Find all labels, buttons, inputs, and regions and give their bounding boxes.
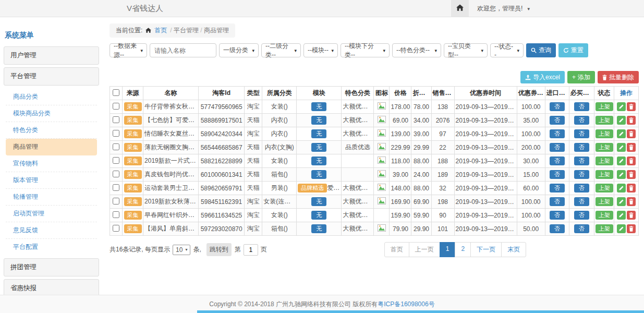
pager-button-1[interactable]: 1 — [440, 242, 456, 257]
module-badge[interactable]: 无 — [311, 129, 326, 138]
row-checkbox[interactable] — [113, 130, 119, 137]
sidebar-item-宣传物料[interactable]: 宣传物料 — [6, 155, 97, 172]
must-buy-toggle[interactable]: 否 — [574, 197, 589, 206]
status-toggle[interactable]: 上架 — [596, 129, 613, 138]
batch-delete-button[interactable]: 批量删除 — [598, 71, 639, 83]
import-select-toggle[interactable]: 否 — [550, 116, 565, 125]
module-badge[interactable]: 无 — [311, 211, 326, 220]
must-buy-toggle[interactable]: 否 — [574, 102, 589, 111]
delete-button[interactable] — [627, 156, 636, 165]
import-excel-button[interactable]: 导入excel — [520, 71, 565, 83]
delete-button[interactable] — [627, 184, 636, 192]
row-checkbox[interactable] — [113, 116, 119, 123]
must-buy-toggle[interactable]: 否 — [574, 184, 589, 192]
pager-button-首页[interactable]: 首页 — [384, 242, 409, 257]
must-buy-toggle[interactable]: 否 — [574, 116, 589, 125]
row-checkbox[interactable] — [113, 171, 119, 177]
must-buy-toggle[interactable]: 否 — [574, 170, 589, 179]
name-search-input[interactable] — [150, 43, 216, 57]
delete-button[interactable] — [627, 211, 636, 220]
edit-button[interactable] — [617, 116, 626, 125]
edit-button[interactable] — [617, 156, 626, 165]
pager-button-末页[interactable]: 末页 — [501, 242, 526, 257]
sidebar-item-商品管理[interactable]: 商品管理 — [6, 139, 97, 155]
module-badge[interactable]: 无 — [311, 197, 326, 206]
reset-button[interactable]: 重置 — [558, 43, 588, 57]
filter-select[interactable]: --数据来源--▾ — [110, 43, 147, 57]
status-toggle[interactable]: 上架 — [596, 197, 613, 206]
filter-select[interactable]: --特色分类--▾ — [392, 43, 441, 57]
module-badge[interactable]: 无 — [311, 102, 326, 111]
edit-button[interactable] — [617, 102, 626, 111]
must-buy-toggle[interactable]: 否 — [574, 211, 589, 220]
import-select-toggle[interactable]: 否 — [550, 211, 565, 220]
row-checkbox[interactable] — [113, 157, 119, 164]
filter-select[interactable]: --二级分类--▾ — [261, 43, 301, 57]
sidebar-item-版本管理[interactable]: 版本管理 — [6, 172, 97, 189]
delete-button[interactable] — [627, 129, 636, 138]
row-checkbox[interactable] — [113, 198, 119, 204]
import-select-toggle[interactable]: 否 — [550, 102, 565, 111]
delete-button[interactable] — [627, 102, 636, 111]
row-checkbox[interactable] — [113, 103, 119, 110]
must-buy-toggle[interactable]: 否 — [574, 143, 589, 152]
sidebar-item-特色分类[interactable]: 特色分类 — [6, 122, 97, 139]
icp-link[interactable]: 粤ICP备16098006号 — [378, 300, 434, 309]
select-all-checkbox[interactable] — [113, 89, 119, 96]
sidebar-item-模块商品分类[interactable]: 模块商品分类 — [6, 105, 97, 122]
import-select-toggle[interactable]: 否 — [550, 170, 565, 179]
status-toggle[interactable]: 上架 — [596, 143, 613, 152]
sidebar-item-平台配置[interactable]: 平台配置 — [6, 239, 97, 255]
edit-button[interactable] — [617, 224, 626, 233]
sidebar-item-意见反馈[interactable]: 意见反馈 — [6, 222, 97, 239]
must-buy-toggle[interactable]: 否 — [574, 129, 589, 138]
sidebar-item-商品分类[interactable]: 商品分类 — [6, 89, 97, 105]
import-select-toggle[interactable]: 否 — [550, 156, 565, 165]
status-toggle[interactable]: 上架 — [596, 184, 613, 192]
breadcrumb-home-link[interactable]: 首页 — [154, 26, 167, 35]
status-toggle[interactable]: 上架 — [596, 116, 613, 125]
edit-button[interactable] — [617, 170, 626, 179]
module-badge[interactable]: 无 — [311, 116, 326, 125]
status-toggle[interactable]: 上架 — [596, 211, 613, 220]
module-badge[interactable]: 无 — [311, 143, 326, 152]
must-buy-toggle[interactable]: 否 — [574, 224, 589, 233]
jump-page-input[interactable] — [244, 244, 258, 256]
import-select-toggle[interactable]: 否 — [550, 197, 565, 206]
filter-select[interactable]: 一级分类▾ — [219, 43, 259, 57]
filter-select[interactable]: --宝贝类型--▾ — [444, 43, 488, 57]
edit-button[interactable] — [617, 143, 626, 152]
filter-select[interactable]: --模块--▾ — [303, 43, 338, 57]
import-select-toggle[interactable]: 否 — [550, 143, 565, 152]
edit-button[interactable] — [617, 184, 626, 192]
delete-button[interactable] — [627, 170, 636, 179]
edit-button[interactable] — [617, 197, 626, 206]
edit-button[interactable] — [617, 129, 626, 138]
status-toggle[interactable]: 上架 — [596, 156, 613, 165]
module-badge[interactable]: 无 — [311, 224, 326, 233]
import-select-toggle[interactable]: 否 — [550, 129, 565, 138]
sidebar-group-拼团管理[interactable]: 拼团管理 — [4, 258, 99, 276]
jump-button[interactable]: 跳转到 — [206, 243, 232, 256]
module-badge[interactable]: 无 — [311, 156, 326, 165]
filter-select[interactable]: --状态--▾ — [490, 43, 524, 57]
import-select-toggle[interactable]: 否 — [550, 224, 565, 233]
module-badge[interactable]: 无 — [311, 170, 326, 179]
sidebar-item-启动页管理[interactable]: 启动页管理 — [6, 206, 97, 222]
pager-button-上一页[interactable]: 上一页 — [409, 242, 440, 257]
module-badge[interactable]: 品牌精选 — [298, 184, 327, 192]
pager-button-下一页[interactable]: 下一页 — [470, 242, 502, 257]
user-menu[interactable]: 欢迎您，管理员! ▼ — [477, 4, 531, 13]
search-button[interactable]: 查询 — [526, 43, 556, 57]
sidebar-group-平台管理[interactable]: 平台管理 — [4, 67, 99, 86]
row-checkbox[interactable] — [113, 143, 119, 150]
delete-button[interactable] — [627, 143, 636, 152]
delete-button[interactable] — [627, 116, 636, 125]
status-toggle[interactable]: 上架 — [596, 102, 613, 111]
row-checkbox[interactable] — [113, 184, 119, 191]
import-select-toggle[interactable]: 否 — [550, 184, 565, 192]
row-checkbox[interactable] — [113, 211, 119, 218]
page-size-select[interactable]: 10 ▾ — [173, 245, 190, 255]
status-toggle[interactable]: 上架 — [596, 170, 613, 179]
add-button[interactable]: + 添加 — [567, 71, 595, 83]
